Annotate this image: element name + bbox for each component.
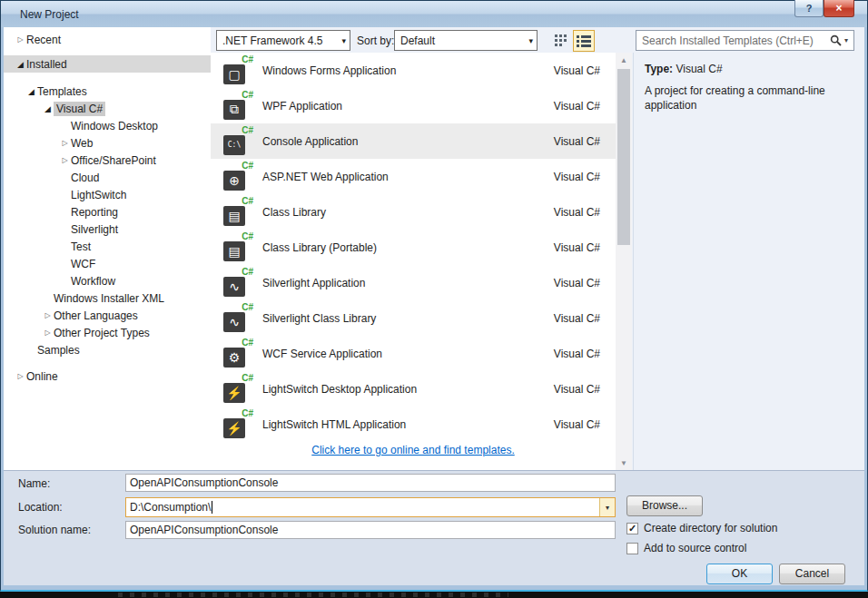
tree-item-windows-desktop[interactable]: Windows Desktop [4, 117, 211, 134]
expand-arrow-icon[interactable]: ▷ [59, 156, 71, 164]
icon-glyph: ▤ [223, 206, 245, 226]
template-name: LightSwitch Desktop Application [262, 383, 554, 396]
expand-arrow-icon[interactable]: ▷ [42, 328, 54, 337]
template-list-scrollbar[interactable]: ▲ ▼ [616, 53, 632, 470]
checkmark-icon: ✓ [628, 523, 636, 534]
tree-item-silverlight[interactable]: Silverlight [4, 221, 211, 238]
tree-item-lightswitch[interactable]: LightSwitch [4, 186, 211, 203]
csharp-badge: C# [242, 302, 253, 312]
lightswitch-html-application-icon: ⚡C# [223, 410, 254, 439]
tree-item-other-project-types[interactable]: ▷Other Project Types [4, 324, 211, 341]
tree-item-office-sharepoint[interactable]: ▷Office/SharePoint [4, 152, 211, 169]
create-directory-checkbox[interactable]: ✓ [626, 523, 638, 534]
tree-item-reporting[interactable]: Reporting [4, 203, 211, 221]
tree-item-installed[interactable]: ◢Installed [4, 55, 211, 73]
tree-item-test[interactable]: Test [4, 238, 211, 255]
template-item-lightswitch-desktop-application[interactable]: ⚡C#LightSwitch Desktop ApplicationVisual… [211, 371, 616, 407]
tree-item-wcf[interactable]: WCF [4, 255, 211, 272]
expand-arrow-icon[interactable]: ▷ [59, 139, 71, 147]
template-item-console-application[interactable]: C:\C#Console ApplicationVisual C# [211, 123, 616, 159]
expand-arrow-icon[interactable]: ▷ [42, 311, 54, 319]
close-button[interactable]: × [824, 0, 854, 17]
template-item-asp-net-web-application[interactable]: ⊕C#ASP.NET Web ApplicationVisual C# [211, 159, 616, 194]
framework-combobox[interactable]: .NET Framework 4.5 ▾ [216, 30, 350, 51]
project-name-input[interactable] [125, 474, 616, 492]
tree-item-recent[interactable]: ▷Recent [4, 31, 211, 48]
tree-item-workflow[interactable]: Workflow [4, 272, 211, 289]
tree-item-cloud[interactable]: Cloud [4, 169, 211, 186]
scroll-down-arrow-icon[interactable]: ▼ [616, 456, 632, 470]
template-name: Silverlight Application [262, 277, 554, 289]
online-templates-link[interactable]: Click here to go online and find templat… [211, 444, 616, 456]
cancel-button[interactable]: Cancel [779, 564, 845, 584]
search-input[interactable]: Search Installed Templates (Ctrl+E) ▾ [636, 30, 854, 51]
template-language: Visual C# [554, 171, 600, 183]
tree-item-templates[interactable]: ◢Templates [4, 83, 211, 100]
create-directory-checkbox-row[interactable]: ✓ Create directory for solution [626, 522, 777, 534]
browse-button[interactable]: Browse... [626, 495, 703, 516]
console-application-icon: C:\C# [223, 127, 254, 156]
location-combobox[interactable]: D:\Consumption\ ▾ [125, 497, 616, 517]
template-item-windows-forms-application[interactable]: ▢C#Windows Forms ApplicationVisual C# [211, 53, 616, 88]
dialog-body: ▷Recent◢Installed◢Templates◢Visual C#Win… [4, 27, 864, 585]
template-item-class-library-portable[interactable]: ▤C#Class Library (Portable)Visual C# [211, 230, 616, 265]
lightswitch-desktop-application-icon: ⚡C# [223, 375, 254, 404]
expand-arrow-icon[interactable]: ▷ [15, 372, 26, 380]
wcf-service-application-icon: ⚙C# [223, 339, 254, 368]
template-language: Visual C# [554, 418, 600, 431]
sort-combobox[interactable]: Default ▾ [394, 30, 538, 51]
template-language: Visual C# [554, 383, 600, 396]
csharp-badge: C# [242, 90, 253, 100]
sort-by-label: Sort by: [357, 34, 394, 47]
tree-item-other-languages[interactable]: ▷Other Languages [4, 307, 211, 324]
type-label: Type: [645, 63, 673, 75]
scroll-up-arrow-icon[interactable]: ▲ [616, 53, 632, 67]
list-view-button[interactable] [573, 30, 595, 52]
aspnet-web-application-icon: ⊕C# [223, 162, 254, 191]
tree-item-samples[interactable]: Samples [4, 341, 211, 358]
tree-item-label: Installed [26, 58, 67, 71]
collapse-arrow-icon[interactable]: ◢ [25, 87, 37, 96]
location-label: Location: [18, 501, 63, 514]
tree-item-label: Recent [26, 34, 61, 46]
template-item-wpf-application[interactable]: ⧉C#WPF ApplicationVisual C# [211, 88, 616, 123]
add-source-control-checkbox[interactable] [626, 543, 638, 554]
source-control-checkbox-row[interactable]: Add to source control [626, 542, 746, 554]
titlebar[interactable]: New Project [1, 1, 867, 27]
csharp-badge: C# [242, 373, 253, 383]
small-icons-view-button[interactable] [552, 32, 570, 50]
template-item-silverlight-class-library[interactable]: ∿C#Silverlight Class LibraryVisual C# [211, 300, 616, 336]
icon-glyph: ⧉ [223, 100, 245, 120]
icon-glyph: C:\ [223, 135, 245, 155]
solution-name-input[interactable] [125, 521, 616, 539]
tree-item-label: Other Languages [54, 309, 138, 322]
scrollbar-thumb[interactable] [617, 69, 630, 245]
csharp-badge: C# [242, 161, 253, 171]
location-dropdown-button[interactable]: ▾ [599, 498, 615, 516]
collapse-arrow-icon[interactable]: ◢ [42, 104, 54, 113]
tree-item-visual-c[interactable]: ◢Visual C# [4, 100, 211, 117]
template-language: Visual C# [554, 206, 600, 219]
template-item-silverlight-application[interactable]: ∿C#Silverlight ApplicationVisual C# [211, 265, 616, 300]
tree-item-windows-installer-xml[interactable]: Windows Installer XML [4, 289, 211, 307]
template-tree: ▷Recent◢Installed◢Templates◢Visual C#Win… [4, 27, 211, 385]
icon-glyph: ⚡ [223, 383, 245, 403]
template-item-class-library[interactable]: ▤C#Class LibraryVisual C# [211, 194, 616, 230]
collapse-arrow-icon[interactable]: ◢ [15, 60, 26, 69]
tree-item-web[interactable]: ▷Web [4, 134, 211, 152]
tree-item-label: Reporting [71, 206, 118, 219]
csharp-badge: C# [242, 267, 253, 277]
ok-button[interactable]: OK [706, 564, 773, 584]
tree-item-online[interactable]: ▷Online [4, 368, 211, 385]
template-item-wcf-service-application[interactable]: ⚙C#WCF Service ApplicationVisual C# [211, 336, 616, 371]
template-name: Class Library (Portable) [262, 241, 554, 254]
window-title: New Project [20, 8, 79, 21]
tree-item-label: Workflow [71, 275, 115, 288]
tree-item-label: Test [71, 240, 91, 253]
help-button[interactable]: ? [794, 0, 824, 17]
search-placeholder: Search Installed Templates (Ctrl+E) [642, 34, 830, 47]
template-item-lightswitch-html-application[interactable]: ⚡C#LightSwitch HTML ApplicationVisual C# [211, 407, 616, 442]
expand-arrow-icon[interactable]: ▷ [15, 35, 26, 44]
icon-glyph: ⚙ [223, 348, 245, 368]
category-tree-panel: ▷Recent◢Installed◢Templates◢Visual C#Win… [4, 27, 211, 470]
